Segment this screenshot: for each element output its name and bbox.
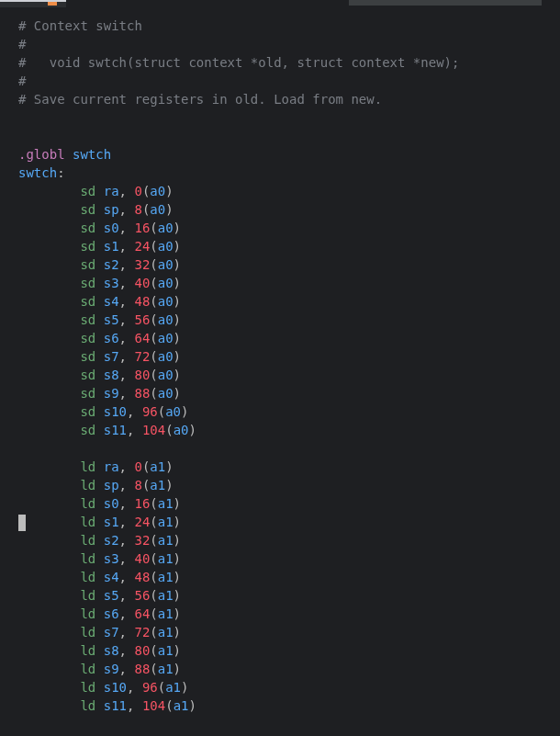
code-area[interactable]: # Context switch # # void swtch(struct c… (0, 4, 560, 736)
caret-indicator (18, 515, 26, 531)
code-editor[interactable]: # Context switch # # void swtch(struct c… (0, 0, 560, 736)
tab-icon (48, 2, 57, 6)
inactive-tab[interactable] (349, 0, 542, 6)
tab-bar (0, 0, 560, 7)
